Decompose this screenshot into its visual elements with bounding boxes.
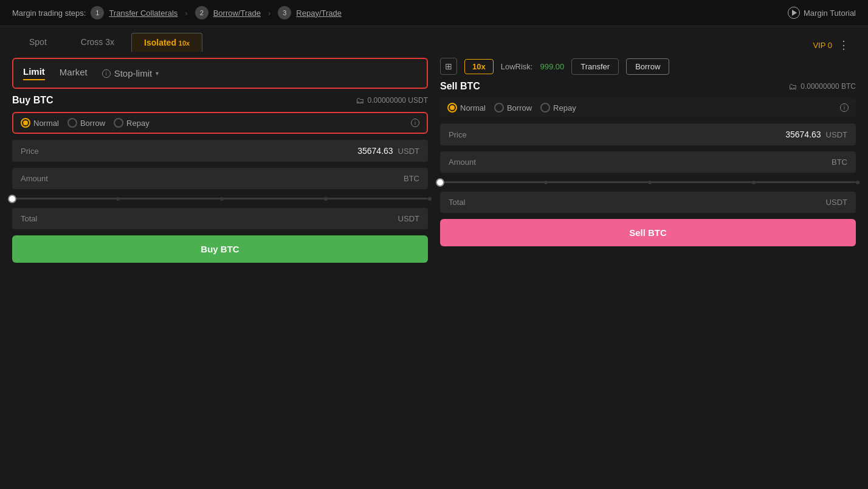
sell-amount-unit: BTC bbox=[832, 158, 847, 167]
sell-price-field[interactable]: Price 35674.63 USDT bbox=[440, 123, 856, 145]
sell-radio-info-icon[interactable]: i bbox=[840, 103, 849, 112]
left-panel: Limit Market i Stop-limit ▾ Buy BTC 🗂 0.… bbox=[12, 58, 428, 263]
market-order-btn[interactable]: Market bbox=[60, 67, 88, 80]
buy-slider-row[interactable] bbox=[12, 195, 428, 202]
tab-isolated[interactable]: Isolated 10x bbox=[131, 33, 202, 52]
margin-steps-label: Margin trading steps: bbox=[12, 9, 86, 18]
sell-button[interactable]: Sell BTC bbox=[440, 219, 856, 246]
sell-borrow-option[interactable]: Borrow bbox=[494, 103, 532, 113]
step-2-link[interactable]: Borrow/Trade bbox=[213, 9, 261, 18]
step-3-link[interactable]: Repay/Trade bbox=[296, 9, 342, 18]
buy-total-unit: USDT bbox=[398, 214, 419, 223]
calculator-icon[interactable]: ⊞ bbox=[440, 58, 457, 75]
buy-balance-value: 0.00000000 USDT bbox=[368, 96, 428, 105]
sell-borrow-label: Borrow bbox=[507, 103, 532, 113]
margin-tutorial[interactable]: Margin Tutorial bbox=[788, 7, 856, 19]
buy-button[interactable]: Buy BTC bbox=[12, 235, 428, 263]
sell-balance-display: 🗂 0.00000000 BTC bbox=[788, 82, 856, 91]
sell-price-value: 35674.63 bbox=[785, 130, 821, 139]
buy-slider-dot-25 bbox=[116, 197, 120, 201]
buy-amount-field[interactable]: Amount BTC bbox=[12, 168, 428, 189]
sell-slider-handle[interactable] bbox=[436, 178, 444, 187]
limit-order-btn[interactable]: Limit bbox=[23, 66, 45, 80]
dots-menu-icon[interactable]: ⋮ bbox=[838, 38, 850, 52]
sell-normal-radio[interactable] bbox=[447, 103, 457, 113]
sell-price-label: Price bbox=[449, 130, 467, 139]
buy-radio-group: Normal Borrow Repay i bbox=[12, 112, 428, 134]
borrow-button[interactable]: Borrow bbox=[626, 58, 669, 75]
step-arrow-2: › bbox=[268, 9, 270, 18]
step-arrow-1: › bbox=[185, 9, 187, 18]
sell-price-unit: USDT bbox=[826, 130, 847, 139]
buy-price-value: 35674.63 bbox=[357, 146, 393, 156]
buy-normal-option[interactable]: Normal bbox=[21, 118, 59, 128]
radio-info-icon[interactable]: i bbox=[411, 119, 419, 127]
buy-panel-header: Buy BTC 🗂 0.00000000 USDT bbox=[12, 95, 428, 106]
buy-borrow-radio[interactable] bbox=[67, 118, 77, 128]
wallet-icon: 🗂 bbox=[356, 95, 364, 105]
buy-slider-dot-75 bbox=[324, 197, 328, 201]
buy-title: Buy BTC bbox=[12, 95, 53, 106]
sell-total-label: Total bbox=[449, 198, 465, 207]
sell-repay-radio[interactable] bbox=[540, 103, 550, 113]
buy-normal-radio[interactable] bbox=[21, 118, 30, 128]
step-2-num: 2 bbox=[195, 6, 208, 19]
step-1-link[interactable]: Transfer Collaterals bbox=[109, 9, 177, 18]
buy-repay-label: Repay bbox=[126, 119, 150, 128]
buy-normal-radio-inner bbox=[23, 120, 28, 125]
sell-title: Sell BTC bbox=[440, 81, 480, 92]
buy-slider-handle[interactable] bbox=[8, 195, 16, 203]
buy-total-field[interactable]: Total USDT bbox=[12, 208, 428, 229]
buy-total-label: Total bbox=[21, 214, 37, 223]
play-icon bbox=[788, 7, 800, 19]
buy-slider-track[interactable] bbox=[12, 198, 428, 199]
sell-total-field[interactable]: Total USDT bbox=[440, 192, 856, 213]
sell-slider-row[interactable] bbox=[440, 179, 856, 186]
vip-area: VIP 0 ⋮ bbox=[813, 38, 856, 52]
leverage-button[interactable]: 10x bbox=[464, 59, 494, 74]
buy-price-field[interactable]: Price 35674.63 USDT bbox=[12, 140, 428, 162]
sell-slider-dot-75 bbox=[752, 181, 756, 184]
sell-borrow-radio[interactable] bbox=[494, 103, 504, 113]
sell-panel-header: Sell BTC 🗂 0.00000000 BTC bbox=[440, 81, 856, 92]
buy-amount-label: Amount bbox=[21, 174, 48, 183]
buy-normal-label: Normal bbox=[33, 119, 59, 128]
sell-repay-option[interactable]: Repay bbox=[540, 103, 576, 113]
sell-amount-field[interactable]: Amount BTC bbox=[440, 151, 856, 173]
tutorial-label: Margin Tutorial bbox=[804, 9, 856, 18]
buy-price-label: Price bbox=[21, 147, 39, 156]
order-type-selector: Limit Market i Stop-limit ▾ bbox=[12, 58, 428, 89]
margin-steps-bar: Margin trading steps: 1 Transfer Collate… bbox=[0, 0, 868, 26]
sell-amount-label: Amount bbox=[449, 158, 476, 167]
sell-normal-option[interactable]: Normal bbox=[447, 103, 486, 113]
sell-wallet-icon: 🗂 bbox=[788, 82, 797, 91]
isolated-label: Isolated bbox=[144, 38, 176, 47]
sell-normal-radio-inner bbox=[450, 105, 455, 110]
stop-limit-btn[interactable]: i Stop-limit ▾ bbox=[102, 68, 159, 78]
buy-slider-dot-100 bbox=[428, 197, 432, 201]
sell-slider-dot-100 bbox=[856, 181, 859, 184]
buy-repay-option[interactable]: Repay bbox=[114, 118, 150, 128]
sell-balance-value: 0.00000000 BTC bbox=[801, 82, 856, 91]
sell-total-unit: USDT bbox=[826, 198, 847, 207]
sell-slider-track[interactable] bbox=[440, 181, 856, 183]
buy-repay-radio[interactable] bbox=[114, 118, 123, 128]
stop-limit-label: Stop-limit bbox=[114, 68, 153, 78]
right-panel: ⊞ 10x LowRisk: 999.00 Transfer Borrow Se… bbox=[440, 58, 856, 246]
vip-label: VIP 0 bbox=[813, 41, 832, 50]
sell-repay-label: Repay bbox=[553, 103, 576, 113]
low-risk-label: LowRisk: bbox=[501, 62, 533, 71]
tab-cross[interactable]: Cross 3x bbox=[64, 32, 131, 52]
transfer-button[interactable]: Transfer bbox=[571, 58, 619, 75]
stop-limit-info-icon: i bbox=[102, 69, 111, 78]
low-risk-value: 999.00 bbox=[540, 62, 564, 71]
sell-radio-options: Normal Borrow Repay bbox=[447, 103, 576, 113]
sell-slider-dot-50 bbox=[648, 181, 652, 184]
leverage-badge: 10x bbox=[179, 40, 190, 47]
step-1-num: 1 bbox=[91, 6, 104, 19]
tab-spot[interactable]: Spot bbox=[12, 32, 64, 52]
chevron-down-icon: ▾ bbox=[156, 70, 159, 77]
buy-borrow-option[interactable]: Borrow bbox=[67, 118, 105, 128]
sell-normal-label: Normal bbox=[460, 103, 486, 113]
buy-borrow-label: Borrow bbox=[80, 119, 105, 128]
